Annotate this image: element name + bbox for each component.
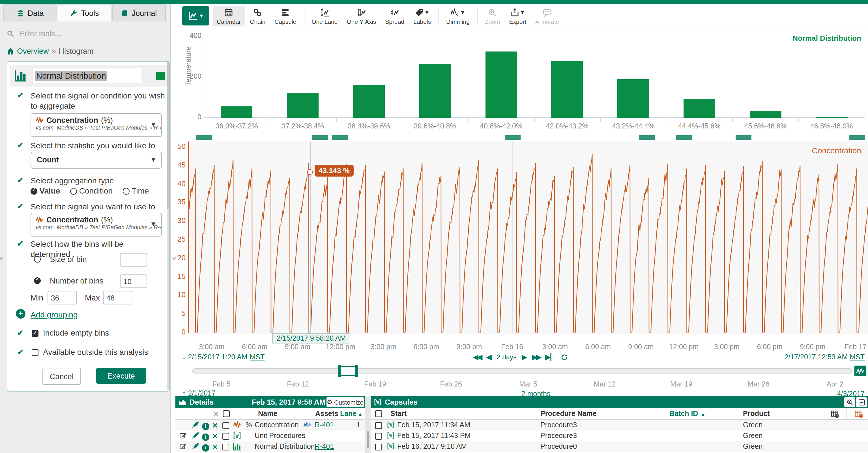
add-grouping-link[interactable]: Add grouping [31, 310, 78, 319]
edit-icon[interactable] [179, 432, 187, 439]
duration-label[interactable]: 2 days [497, 353, 517, 361]
toolbar-button-spread[interactable]: Spread [381, 6, 408, 26]
remove-icon[interactable]: ✕ [212, 421, 218, 429]
statistic-dropdown[interactable]: Count ▼ [31, 152, 162, 169]
aggregation-radio-time[interactable]: Time [123, 186, 149, 195]
toolbar-button-calendar[interactable]: Calendar [213, 6, 245, 26]
rocket-icon[interactable] [192, 432, 199, 439]
min-input[interactable] [48, 291, 77, 304]
step-to-end-button[interactable]: ▶▏ [546, 353, 556, 361]
collapse-left-icon[interactable]: « [0, 254, 3, 263]
cancel-button[interactable]: Cancel [42, 368, 81, 385]
info-icon[interactable]: i [202, 443, 209, 452]
customize-button[interactable]: ⚙Customize [327, 397, 364, 407]
toolbar-button-chain[interactable]: Chain [246, 6, 269, 26]
capsule-row[interactable]: Feb 15, 2017 11:34 AMProcedure3Green [371, 420, 868, 431]
details-row[interactable]: i✕Normal DistributionR-401 [176, 442, 365, 452]
chart-type-button[interactable]: ▼ [182, 6, 209, 26]
toolbar-button-one-lane[interactable]: One Lane [308, 6, 341, 26]
remove-all-icon[interactable]: ✕ [213, 410, 219, 418]
toolbar-button-dimming[interactable]: ▼Dimming [442, 6, 474, 26]
step-back-fast-button[interactable]: ◀◀ [473, 353, 481, 361]
histogram-bar[interactable] [353, 85, 385, 118]
select-all-checkbox[interactable] [375, 410, 382, 418]
item-name[interactable]: Normal Distribution [255, 443, 315, 450]
auto-update-button[interactable] [855, 366, 866, 376]
trend-legend[interactable]: Concentration [707, 146, 861, 155]
capsule-bar[interactable] [312, 135, 328, 140]
row-checkbox[interactable] [222, 432, 229, 440]
column-header-product[interactable]: Product [743, 410, 770, 418]
details-row[interactable]: i✕%ConcentrationR-4011 [176, 420, 365, 431]
collapse-panel-button[interactable] [856, 397, 867, 407]
select-all-checkbox[interactable] [223, 410, 230, 418]
bins-signal-dropdown[interactable]: Concentration(%) vs.com. ModuleDB » Test… [31, 213, 162, 237]
row-checkbox[interactable] [375, 432, 382, 440]
info-icon[interactable]: i [202, 421, 209, 430]
add-stats-column-icon[interactable] [855, 410, 863, 418]
capsule-bar[interactable] [639, 135, 655, 140]
number-of-bins-radio[interactable] [34, 276, 41, 285]
asset-swap-icon[interactable] [303, 421, 311, 429]
toolbar-button-one-y-axis[interactable]: One Y-Axis [343, 6, 380, 26]
capsule-row[interactable]: Feb 16, 2017 9:10 AMProcedure0Green [371, 441, 868, 452]
asset-link[interactable]: R-401 [315, 443, 334, 450]
histogram-bar[interactable] [551, 61, 583, 118]
column-header-name[interactable]: Name [258, 410, 277, 418]
sidebar-tab-journal[interactable]: Journal [112, 4, 166, 22]
home-icon[interactable] [7, 47, 14, 55]
row-checkbox[interactable] [222, 421, 229, 429]
zoom-to-capsule-button[interactable] [844, 397, 855, 407]
row-checkbox[interactable] [222, 443, 229, 451]
histogram-bar[interactable] [684, 99, 715, 118]
aggregation-radio-condition[interactable]: Condition [70, 186, 113, 195]
capsule-row[interactable]: Feb 15, 2017 11:43 PMProcedure3Green [371, 431, 868, 442]
filter-tools-input[interactable] [19, 29, 146, 38]
add-column-icon[interactable] [831, 410, 839, 418]
item-name[interactable]: Concentration [255, 421, 299, 429]
toolbar-button-capsule[interactable]: Capsule [271, 6, 300, 26]
rocket-icon[interactable] [192, 421, 199, 428]
capsule-row[interactable]: Feb 17, 2017 12:01 AM [371, 452, 868, 453]
plus-circle-icon[interactable]: + [16, 309, 26, 319]
histogram-bar[interactable] [221, 107, 253, 118]
max-input[interactable] [103, 291, 132, 304]
sidebar-tab-data[interactable]: Data [3, 4, 57, 22]
info-icon[interactable]: i [202, 432, 209, 441]
asset-link[interactable]: R-401 [315, 421, 334, 429]
histogram-bar[interactable] [750, 111, 781, 118]
refresh-icon[interactable] [561, 354, 568, 361]
available-outside-checkbox[interactable] [32, 348, 38, 357]
toolbar-button-export[interactable]: ▼Export [505, 6, 530, 26]
execute-button[interactable]: Execute [96, 368, 146, 384]
step-forward-button[interactable]: ▶ [522, 353, 527, 361]
row-checkbox[interactable] [375, 442, 382, 451]
histogram-bar[interactable] [816, 117, 847, 118]
step-back-button[interactable]: ◀ [486, 353, 491, 361]
investigate-range-track[interactable] [192, 368, 852, 373]
tool-name-input[interactable]: Normal Distribution [33, 68, 142, 83]
display-range-handle[interactable] [338, 365, 358, 377]
sidebar-tab-tools[interactable]: Tools [58, 4, 112, 22]
item-name[interactable]: Unit Procedures [255, 432, 305, 440]
capsule-bar[interactable] [735, 135, 751, 140]
column-header-lane[interactable]: Lane [340, 410, 356, 418]
capsule-bar[interactable] [676, 135, 692, 140]
capsule-bar[interactable] [849, 135, 865, 140]
column-header-procedure-name[interactable]: Procedure Name [540, 410, 597, 418]
display-range-end[interactable]: 2/17/2017 12:53 AM MST [684, 353, 865, 361]
size-of-bin-radio[interactable] [34, 255, 41, 263]
remove-icon[interactable]: ✕ [212, 443, 218, 451]
histogram-bar[interactable] [287, 93, 318, 118]
column-header-batch-id[interactable]: Batch ID [670, 410, 698, 418]
aggregation-radio-value[interactable]: Value [31, 186, 60, 195]
breadcrumb-overview[interactable]: Overview [17, 47, 49, 55]
aggregate-signal-dropdown[interactable]: Concentration(%) vs.com. ModuleDB » Test… [31, 113, 162, 137]
rocket-icon[interactable] [192, 443, 199, 450]
histogram-bar[interactable] [617, 79, 649, 118]
toolbar-button-labels[interactable]: ▼Labels [409, 6, 435, 26]
details-scrollbar[interactable] [367, 431, 369, 448]
number-of-bins-input[interactable] [120, 274, 147, 288]
capsule-bar[interactable] [332, 135, 348, 140]
sidebar-scrollbar-thumb[interactable] [167, 62, 169, 209]
